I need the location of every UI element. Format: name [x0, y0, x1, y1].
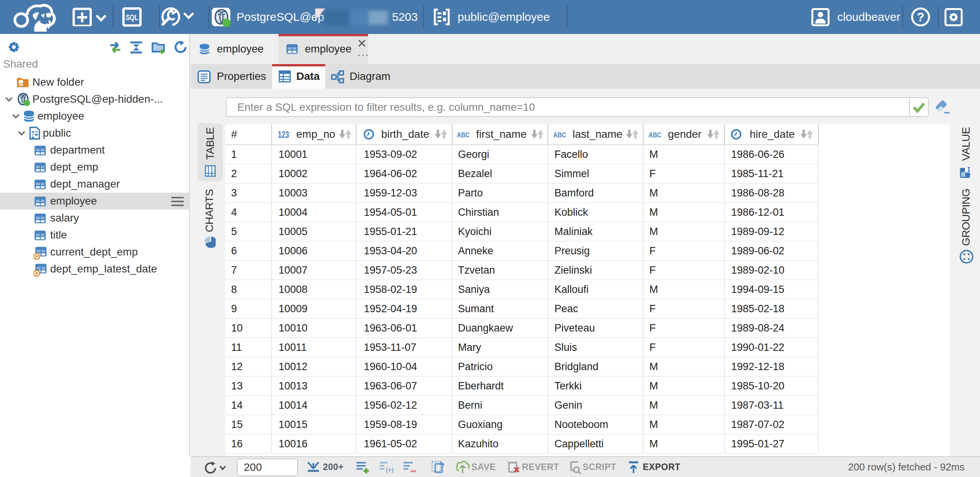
- svg-text:123: 123: [278, 130, 289, 140]
- svg-text:(+): (+): [386, 467, 394, 473]
- svg-text:SQL: SQL: [126, 13, 139, 22]
- svg-text:ABC: ABC: [457, 132, 470, 139]
- svg-text:ABC: ABC: [553, 132, 566, 139]
- svg-text:ABC: ABC: [649, 132, 661, 139]
- svg-text:?: ?: [917, 10, 924, 24]
